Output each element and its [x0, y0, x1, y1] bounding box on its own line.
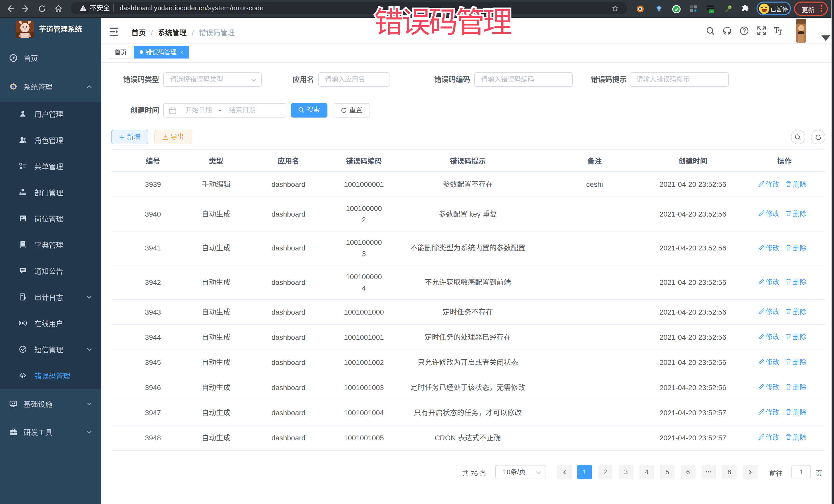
svg-text:on: on: [710, 10, 714, 13]
svg-text:错误码管理: 错误码管理: [374, 0, 511, 41]
